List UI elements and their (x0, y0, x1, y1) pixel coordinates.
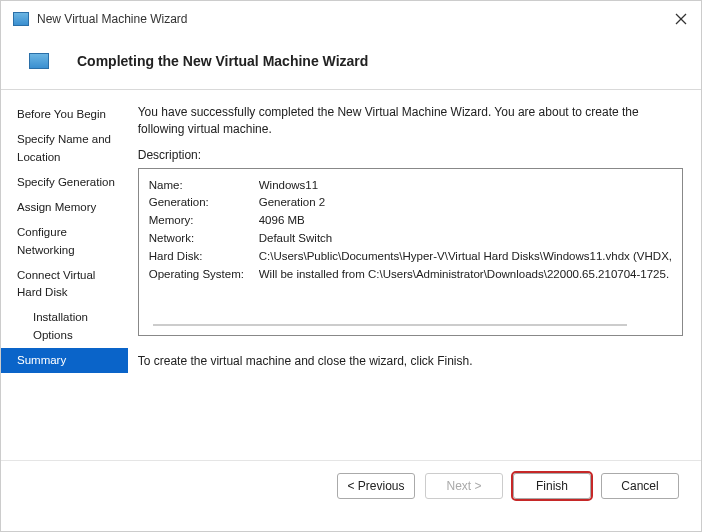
finish-button[interactable]: Finish (513, 473, 591, 499)
wizard-header: Completing the New Virtual Machine Wizar… (1, 37, 701, 89)
monitor-icon (13, 12, 29, 26)
monitor-icon (29, 53, 49, 69)
sidebar-step[interactable]: Summary (1, 348, 128, 373)
description-value: Windows11 (259, 177, 318, 195)
sidebar-step[interactable]: Assign Memory (1, 195, 128, 220)
description-key: Name: (149, 177, 259, 195)
description-row: Generation:Generation 2 (149, 194, 672, 212)
previous-button[interactable]: < Previous (337, 473, 415, 499)
description-key: Generation: (149, 194, 259, 212)
description-key: Memory: (149, 212, 259, 230)
description-value: Default Switch (259, 230, 333, 248)
sidebar-step[interactable]: Before You Begin (1, 102, 128, 127)
window-title: New Virtual Machine Wizard (37, 12, 188, 26)
wizard-footer: < Previous Next > Finish Cancel (1, 460, 701, 511)
description-row: Memory:4096 MB (149, 212, 672, 230)
description-value: Will be installed from C:\Users\Administ… (259, 266, 669, 284)
description-row: Name:Windows11 (149, 177, 672, 195)
sidebar-step[interactable]: Configure Networking (1, 220, 128, 263)
description-row: Hard Disk:C:\Users\Public\Documents\Hype… (149, 248, 672, 266)
description-row: Operating System:Will be installed from … (149, 266, 672, 284)
sidebar-step[interactable]: Installation Options (1, 305, 128, 348)
intro-text: You have successfully completed the New … (138, 104, 683, 138)
description-value: 4096 MB (259, 212, 305, 230)
close-icon (675, 13, 687, 25)
next-button: Next > (425, 473, 503, 499)
titlebar: New Virtual Machine Wizard (1, 1, 701, 37)
description-value: C:\Users\Public\Documents\Hyper-V\Virtua… (259, 248, 672, 266)
description-key: Operating System: (149, 266, 259, 284)
description-key: Hard Disk: (149, 248, 259, 266)
wizard-content: You have successfully completed the New … (128, 90, 701, 460)
page-title: Completing the New Virtual Machine Wizar… (77, 53, 368, 69)
outro-text: To create the virtual machine and close … (138, 354, 683, 368)
close-button[interactable] (673, 11, 689, 27)
horizontal-scrollbar[interactable] (153, 324, 668, 325)
description-value: Generation 2 (259, 194, 326, 212)
cancel-button[interactable]: Cancel (601, 473, 679, 499)
sidebar-step[interactable]: Connect Virtual Hard Disk (1, 263, 128, 306)
description-row: Network:Default Switch (149, 230, 672, 248)
description-box: Name:Windows11Generation:Generation 2Mem… (138, 168, 683, 336)
wizard-body: Before You BeginSpecify Name and Locatio… (1, 90, 701, 460)
description-key: Network: (149, 230, 259, 248)
sidebar-step[interactable]: Specify Generation (1, 170, 128, 195)
sidebar-step[interactable]: Specify Name and Location (1, 127, 128, 170)
description-label: Description: (138, 148, 683, 162)
wizard-steps-sidebar: Before You BeginSpecify Name and Locatio… (1, 90, 128, 460)
